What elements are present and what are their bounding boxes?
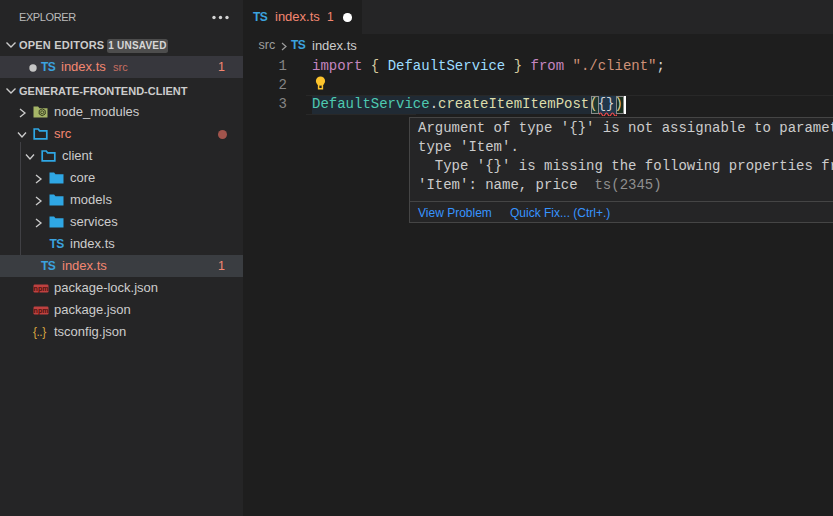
svg-text:npm: npm xyxy=(34,285,49,293)
svg-text:npm: npm xyxy=(34,307,49,315)
